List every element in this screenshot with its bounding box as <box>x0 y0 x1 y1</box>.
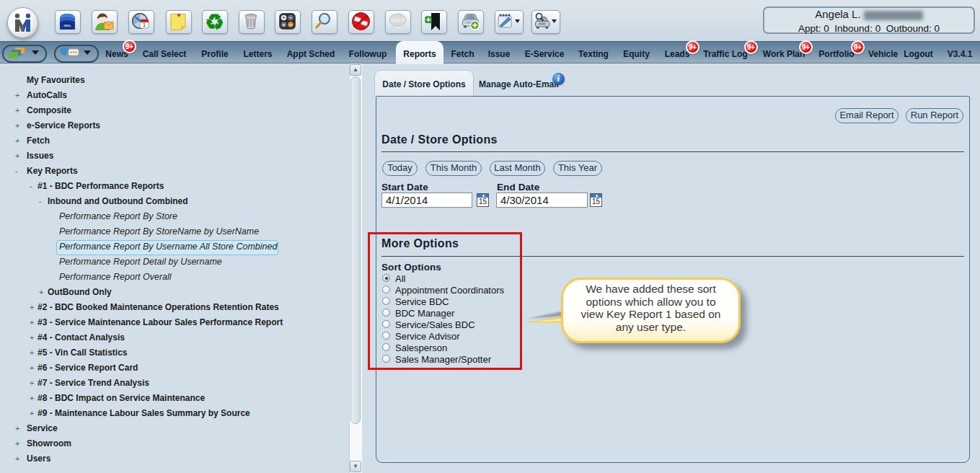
svg-text:−: − <box>289 22 292 27</box>
svg-text:−: − <box>289 15 292 20</box>
svg-text:♻: ♻ <box>205 12 224 32</box>
svg-text:×: × <box>283 22 286 27</box>
svg-text:1: 1 <box>143 22 146 28</box>
svg-text:MAIL: MAIL <box>63 24 71 27</box>
svg-text:SMS: SMS <box>391 17 405 24</box>
svg-text:+: + <box>282 15 285 20</box>
